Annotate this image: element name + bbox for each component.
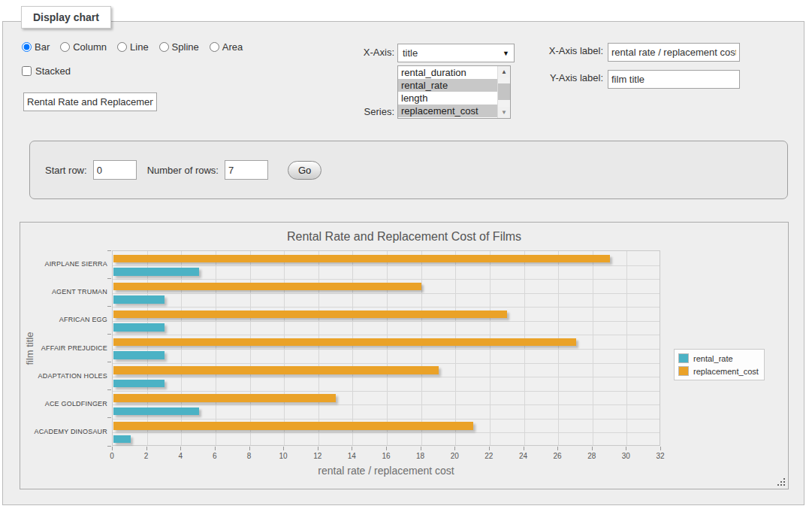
bar-replacement_cost — [113, 311, 507, 319]
series-option[interactable]: length — [398, 92, 497, 105]
y-tick-mark — [107, 306, 111, 307]
x-axis-selected-value: title — [403, 47, 418, 59]
chart-title-input[interactable] — [23, 92, 157, 111]
bar-rental_rate — [113, 295, 165, 304]
y-tick-label: AFRICAN EGG — [22, 316, 107, 323]
x-tick-mark — [112, 447, 113, 450]
gridline-horizontal — [113, 404, 660, 405]
legend-swatch-rental_rate — [678, 353, 689, 363]
x-tick-label: 32 — [649, 452, 672, 460]
x-tick-mark — [386, 447, 387, 450]
gridline-vertical — [558, 251, 559, 445]
resize-grip-icon[interactable] — [777, 477, 786, 486]
chart-x-axis-title: rental rate / replacement cost — [236, 465, 536, 477]
radio-column-input[interactable] — [60, 42, 70, 52]
x-tick-label: 8 — [238, 452, 261, 460]
x-tick-label: 6 — [204, 452, 226, 460]
x-axis-label-input[interactable] — [608, 43, 740, 62]
chart-type-radio-group: Bar Column Line Spline Area — [22, 41, 250, 53]
series-listbox[interactable]: rental_durationrental_ratelengthreplacem… — [397, 65, 511, 119]
stacked-checkbox[interactable] — [22, 66, 32, 76]
x-tick-label: 16 — [375, 452, 397, 460]
go-button[interactable]: Go — [288, 161, 321, 180]
x-tick-label: 20 — [443, 452, 466, 460]
gridline-vertical — [626, 251, 627, 445]
bar-rental_rate — [113, 407, 199, 416]
gridline-vertical — [250, 251, 251, 445]
stacked-checkbox-row: Stacked — [22, 65, 71, 77]
gridline-vertical — [284, 251, 285, 445]
bar-replacement_cost — [113, 283, 421, 291]
radio-column[interactable]: Column — [60, 41, 107, 53]
x-tick-label: 28 — [581, 452, 603, 460]
x-axis-select-label: X-Axis: — [319, 47, 394, 58]
gridline-vertical — [524, 251, 525, 445]
legend-label: rental_rate — [693, 354, 733, 363]
gridline-vertical — [455, 251, 456, 445]
series-option[interactable]: rental_rate — [398, 79, 497, 92]
x-axis-label-label: X-Axis label: — [498, 45, 603, 56]
series-option[interactable]: replacement_cost — [398, 105, 497, 117]
x-tick-mark — [524, 447, 524, 450]
row-range-panel: Start row: Number of rows: Go — [29, 141, 788, 199]
x-tick-label: 24 — [512, 452, 535, 460]
num-rows-label: Number of rows: — [147, 165, 219, 176]
series-option[interactable]: rental_duration — [398, 66, 497, 79]
num-rows-input[interactable] — [225, 160, 268, 180]
y-tick-label: ADAPTATION HOLES — [22, 372, 107, 380]
y-tick-mark — [107, 446, 111, 447]
gridline-vertical — [352, 251, 353, 445]
y-axis-label-input[interactable] — [608, 70, 740, 89]
bar-replacement_cost — [113, 366, 439, 374]
gridline-horizontal — [113, 432, 660, 433]
y-tick-label: ACE GOLDFINGER — [22, 400, 107, 407]
x-tick-label: 22 — [478, 452, 500, 460]
radio-spline-input[interactable] — [159, 42, 169, 52]
bar-rental_rate — [113, 435, 131, 444]
gridline-vertical — [593, 251, 593, 445]
x-tick-label: 2 — [135, 452, 158, 460]
radio-line-input[interactable] — [117, 42, 127, 52]
x-axis-select[interactable]: title ▼ — [397, 44, 515, 62]
x-tick-mark — [421, 447, 421, 450]
y-tick-label: AFFAIR PREJUDICE — [22, 344, 107, 352]
x-tick-label: 12 — [306, 452, 329, 460]
y-tick-mark — [107, 389, 111, 390]
y-tick-mark — [107, 278, 111, 279]
gridline-horizontal — [113, 419, 660, 420]
x-tick-mark — [592, 447, 593, 450]
radio-spline[interactable]: Spline — [159, 41, 199, 53]
gridline-vertical — [147, 251, 148, 445]
chart-title: Rental Rate and Replacement Cost of Film… — [20, 230, 788, 244]
display-chart-fieldset: Display chart Bar Column Line Spline Are… — [2, 21, 804, 505]
x-tick-label: 18 — [409, 452, 432, 460]
y-axis-label-label: Y-Axis label: — [498, 72, 603, 83]
page: Display chart Bar Column Line Spline Are… — [0, 0, 812, 512]
bar-rental_rate — [113, 323, 165, 332]
start-row-input[interactable] — [93, 160, 137, 180]
radio-area[interactable]: Area — [210, 41, 243, 53]
x-tick-mark — [249, 447, 250, 450]
gridline-horizontal — [113, 391, 660, 392]
x-tick-label: 30 — [614, 452, 637, 460]
x-tick-mark — [352, 447, 352, 450]
scroll-down-icon[interactable]: ▼ — [498, 107, 510, 118]
radio-line[interactable]: Line — [117, 41, 149, 53]
gridline-vertical — [318, 251, 319, 445]
gridline-horizontal — [113, 349, 660, 350]
radio-bar[interactable]: Bar — [22, 41, 50, 53]
radio-area-input[interactable] — [210, 42, 219, 52]
chart-plot-area — [112, 250, 660, 446]
bar-replacement_cost — [113, 338, 576, 347]
stacked-label[interactable]: Stacked — [35, 65, 71, 77]
bar-replacement_cost — [113, 422, 473, 430]
radio-bar-input[interactable] — [22, 42, 32, 52]
y-tick-label: ACADEMY DINOSAUR — [22, 428, 107, 435]
gridline-horizontal — [113, 335, 660, 335]
y-tick-label: AIRPLANE SIERRA — [22, 260, 107, 268]
chart-legend: rental_ratereplacement_cost — [674, 349, 765, 380]
y-tick-mark — [107, 362, 111, 362]
scrollbar-thumb[interactable] — [498, 83, 510, 100]
x-tick-mark — [215, 447, 216, 450]
x-tick-mark — [283, 447, 284, 450]
